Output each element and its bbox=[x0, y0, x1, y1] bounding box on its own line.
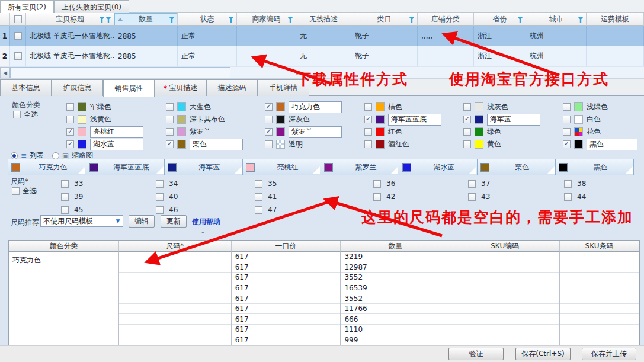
size-checkbox[interactable] bbox=[61, 180, 69, 188]
color-strip-tab-海军蓝[interactable]: 海军蓝 bbox=[164, 159, 243, 175]
cell-merchant-code[interactable] bbox=[237, 46, 296, 66]
color-checkbox[interactable] bbox=[364, 103, 372, 111]
sku-cell-sku_code[interactable] bbox=[450, 293, 559, 304]
tab-扩展信息[interactable]: 扩展信息 bbox=[52, 79, 103, 96]
cell-city[interactable]: 杭州 bbox=[526, 26, 587, 46]
footer-button-validate[interactable]: 验证 bbox=[448, 348, 504, 360]
cell-merchant-code[interactable] bbox=[237, 26, 296, 46]
edit-size-template-button[interactable]: 编辑 bbox=[129, 215, 155, 228]
color-name-input[interactable] bbox=[190, 139, 243, 150]
color-checkbox[interactable] bbox=[166, 140, 174, 148]
size-select-all[interactable]: 全选 bbox=[12, 186, 37, 196]
color-checkbox[interactable] bbox=[66, 140, 74, 148]
cell-category[interactable]: 靴子 bbox=[351, 46, 418, 66]
sku-cell-size[interactable] bbox=[119, 335, 231, 346]
sku-cell-size[interactable] bbox=[119, 304, 231, 315]
sku-cell-qty[interactable]: 3552 bbox=[341, 293, 450, 304]
size-option-38[interactable]: 38 bbox=[564, 178, 586, 190]
sku-cell-sku_code[interactable] bbox=[450, 283, 559, 294]
sku-cell-sku_barcode[interactable] bbox=[560, 273, 639, 283]
color-name-input[interactable] bbox=[289, 101, 342, 113]
size-checkbox[interactable] bbox=[255, 180, 262, 188]
tab-宝贝描述[interactable]: *宝贝描述 bbox=[155, 79, 206, 96]
color-checkbox[interactable] bbox=[265, 140, 273, 148]
size-checkbox[interactable] bbox=[61, 206, 69, 214]
sku-cell-qty[interactable]: 999 bbox=[341, 335, 450, 346]
color-strip-tab-黑色[interactable]: 黑色 bbox=[555, 159, 634, 175]
cell-province[interactable]: 浙江 bbox=[474, 26, 526, 46]
color-checkbox[interactable] bbox=[364, 128, 372, 136]
color-strip-tab-栗色[interactable]: 栗色 bbox=[477, 159, 556, 175]
size-option-34[interactable]: 34 bbox=[156, 178, 178, 190]
size-option-41[interactable]: 41 bbox=[255, 191, 277, 203]
color-checkbox[interactable] bbox=[66, 103, 74, 111]
size-option-44[interactable]: 44 bbox=[564, 191, 586, 203]
sku-cell-sku_code[interactable] bbox=[450, 314, 559, 325]
size-option-37[interactable]: 37 bbox=[468, 178, 490, 190]
sku-cell-qty[interactable]: 16539 bbox=[341, 283, 450, 294]
color-checkbox[interactable] bbox=[463, 140, 471, 148]
cell-wireless-desc[interactable]: 无 bbox=[296, 46, 351, 66]
scroll-left-button[interactable]: ◀ bbox=[0, 67, 10, 78]
grid-header-无线描述[interactable]: 无线描述 bbox=[296, 13, 351, 26]
color-strip-tab-湖水蓝[interactable]: 湖水蓝 bbox=[399, 159, 478, 175]
grid-header-店铺分类[interactable]: 店铺分类 bbox=[418, 13, 474, 26]
panel-splitter[interactable] bbox=[8, 233, 332, 233]
color-name-input[interactable] bbox=[90, 126, 143, 138]
size-option-35[interactable]: 35 bbox=[255, 178, 277, 190]
sku-cell-price[interactable]: 617 bbox=[232, 273, 341, 283]
size-option-42[interactable]: 42 bbox=[373, 191, 395, 203]
color-checkbox[interactable] bbox=[563, 116, 571, 123]
filter-icon[interactable] bbox=[409, 17, 415, 23]
cell-shipping-template[interactable] bbox=[587, 26, 644, 46]
cell-status[interactable]: 正常 bbox=[178, 26, 237, 46]
color-checkbox[interactable] bbox=[166, 116, 174, 123]
cell-shipping-template[interactable] bbox=[587, 46, 644, 66]
table-row[interactable]: 1北极绒 羊皮毛一体雪地靴...2885正常无靴子,,,,,浙江杭州 bbox=[0, 26, 644, 46]
sku-cell-size[interactable] bbox=[119, 293, 231, 304]
sku-cell-sku_barcode[interactable] bbox=[560, 283, 639, 294]
color-select-all[interactable]: 全选 bbox=[13, 110, 38, 120]
size-checkbox[interactable] bbox=[61, 193, 69, 201]
sku-cell-sku_barcode[interactable] bbox=[560, 252, 639, 262]
grid-header-数量[interactable]: 数量 bbox=[114, 13, 178, 26]
view-mode-radio[interactable] bbox=[52, 152, 59, 159]
sku-cell-price[interactable]: 617 bbox=[232, 325, 341, 335]
size-checkbox[interactable] bbox=[156, 206, 164, 214]
size-option-40[interactable]: 40 bbox=[156, 191, 178, 203]
color-checkbox[interactable] bbox=[66, 128, 74, 136]
header-select-all-checkbox[interactable] bbox=[14, 15, 22, 23]
size-option-45[interactable]: 45 bbox=[61, 204, 83, 216]
size-option-33[interactable]: 33 bbox=[61, 178, 83, 190]
color-checkbox[interactable] bbox=[265, 128, 273, 136]
sku-cell-sku_barcode[interactable] bbox=[560, 304, 639, 315]
filter-icon[interactable] bbox=[517, 17, 523, 23]
sku-cell-size[interactable] bbox=[119, 314, 231, 325]
cell-title[interactable]: 北极绒 羊皮毛一体雪地靴... bbox=[26, 46, 114, 66]
sku-cell-sku_code[interactable] bbox=[450, 273, 559, 283]
tab-销售属性[interactable]: 销售属性 bbox=[103, 79, 155, 97]
size-template-dropdown[interactable]: 不使用尺码模板 ▼ bbox=[40, 215, 123, 227]
tab-手机详情[interactable]: 手机详情 bbox=[258, 79, 309, 96]
tab-描述源码[interactable]: 描述源码 bbox=[206, 79, 258, 96]
sku-cell-size[interactable] bbox=[119, 273, 231, 283]
grid-header-宝贝标题[interactable]: 宝贝标题 bbox=[26, 13, 114, 26]
sku-cell-sku_barcode[interactable] bbox=[560, 325, 639, 335]
sku-cell-size[interactable] bbox=[119, 262, 231, 273]
sku-cell-sku_code[interactable] bbox=[450, 325, 559, 335]
color-checkbox[interactable] bbox=[463, 128, 471, 136]
size-help-link[interactable]: 使用帮助 bbox=[192, 217, 220, 227]
size-checkbox[interactable] bbox=[373, 193, 381, 201]
size-checkbox[interactable] bbox=[156, 193, 164, 201]
cell-qty[interactable]: 2885 bbox=[114, 26, 178, 46]
product-tab[interactable]: 上传失败的宝贝(0) bbox=[54, 0, 129, 13]
filter-icon[interactable] bbox=[228, 17, 234, 23]
color-name-input[interactable] bbox=[90, 139, 143, 150]
color-name-input[interactable] bbox=[587, 139, 637, 150]
sku-cell-price[interactable]: 617 bbox=[232, 293, 341, 304]
color-strip-tab-紫罗兰[interactable]: 紫罗兰 bbox=[321, 159, 399, 175]
grid-header-运费模板[interactable]: 运费模板 bbox=[587, 13, 644, 26]
sku-cell-size[interactable] bbox=[119, 252, 231, 262]
color-name-input[interactable] bbox=[388, 114, 441, 126]
sku-cell-sku_code[interactable] bbox=[450, 252, 559, 262]
